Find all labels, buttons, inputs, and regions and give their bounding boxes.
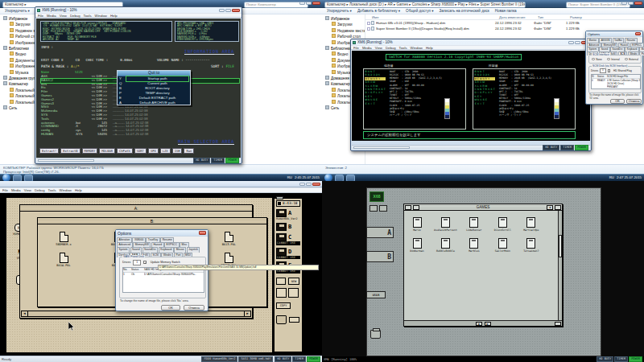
dialog-titlebar[interactable]: Options xyxy=(586,31,642,37)
menu-item[interactable]: Window xyxy=(95,14,107,18)
sx-drive[interactable]: D CANNOT USE xyxy=(276,248,300,259)
windows-icon[interactable] xyxy=(276,278,286,285)
menu-item[interactable]: Debug xyxy=(70,14,80,18)
list-row[interactable]: 1 Ok D:\AR\Games\Consoles\Sharp X68000\P… xyxy=(123,273,204,277)
window-a-scrollbar[interactable]: ◄ ► xyxy=(21,311,251,317)
xm6-minimize[interactable] xyxy=(219,9,225,12)
xm6-minimize[interactable] xyxy=(299,183,305,186)
taskbar-icon-app[interactable] xyxy=(24,175,33,182)
window-b-titlebar[interactable]: B: xyxy=(38,218,266,224)
game-icon[interactable]: LodeRunner xyxy=(462,217,486,232)
xm6-titlebar[interactable]: XM6 [Running] - 100% xyxy=(0,181,322,187)
game-icon[interactable]: Marbles xyxy=(462,238,486,253)
menu-item[interactable]: Media xyxy=(362,46,372,50)
switch-category[interactable]: ＥＸＩＴ xyxy=(474,102,495,105)
start-orb[interactable] xyxy=(2,174,10,181)
options-tab[interactable]: System xyxy=(587,47,599,51)
scroll-right-arrow[interactable]: ► xyxy=(244,311,250,316)
sx-drive[interactable]: C CANNOT USE xyxy=(276,233,300,245)
hd-image-list[interactable]: ID Status SCSI HD Image File 0 READY 0.9… xyxy=(591,74,641,89)
options-tab[interactable]: Sound xyxy=(599,47,609,51)
tray-icon-right[interactable] xyxy=(288,288,299,298)
menu-item[interactable]: File xyxy=(353,46,359,50)
game-icon[interactable]: Mario xyxy=(405,217,429,232)
tray-clock[interactable]: 2:47 25.07.2015 xyxy=(617,176,642,180)
maximize-button[interactable] xyxy=(306,2,312,5)
xm6-minimize[interactable] xyxy=(568,41,574,44)
game-icon[interactable]: SailorMoon xyxy=(490,238,514,253)
menu-item[interactable]: Window xyxy=(411,46,423,50)
games-window[interactable]: GAMES ◄ Mario Asuka120Percent xyxy=(403,204,563,327)
menu-item[interactable]: Tools xyxy=(84,14,92,18)
lhes-button[interactable]: Run xyxy=(184,148,194,154)
nav-item[interactable]: Недавние места xyxy=(324,28,365,34)
ok-button[interactable]: OK xyxy=(610,99,625,104)
menu-item[interactable]: Media xyxy=(47,14,56,18)
options-tab[interactable]: Keyboard xyxy=(625,47,638,51)
copy-icon[interactable]: COPY xyxy=(276,302,291,309)
drives-spinner[interactable]: 1 xyxy=(133,260,141,265)
options-tab[interactable]: ASSIGN xyxy=(599,38,612,43)
switch-category[interactable]: ＥＸＩＴ xyxy=(365,102,386,105)
close-button[interactable] xyxy=(312,2,320,5)
window-a-titlebar[interactable]: A: xyxy=(20,205,252,212)
options-tab[interactable]: System xyxy=(117,247,130,252)
close-button[interactable] xyxy=(634,2,642,5)
taskbar-icon-app[interactable] xyxy=(346,175,355,182)
horizontal-scrollbar[interactable]: ◄ ► xyxy=(404,320,562,326)
resize-box[interactable] xyxy=(555,205,561,210)
toolbar-button[interactable]: Общий доступ ▾ xyxy=(406,9,433,13)
toolbar-button[interactable]: Упорядочить ▾ xyxy=(5,9,30,13)
game-icon[interactable]: Domberman xyxy=(405,238,429,253)
dialog-titlebar[interactable]: Options xyxy=(116,230,208,237)
lhes-button[interactable]: ISH xyxy=(172,148,183,154)
games-titlebar[interactable]: GAMES ◄ xyxy=(404,204,562,211)
back-arrow-box[interactable]: ◄ xyxy=(547,205,553,210)
xm6-maximize[interactable] xyxy=(225,9,231,12)
lhes-button[interactable]: LZX xyxy=(160,148,171,154)
menu-item[interactable]: View xyxy=(24,188,31,192)
column-header[interactable]: Имя xyxy=(372,15,499,19)
lhes-button[interactable]: MDLBAR xyxy=(99,148,115,154)
minimize-button[interactable] xyxy=(299,2,305,5)
game-icon[interactable]: Tetsaimen? xyxy=(519,238,543,253)
search-input[interactable]: Поиск: Компьютер xyxy=(244,2,308,8)
menu-box[interactable] xyxy=(413,205,419,210)
sx-drive[interactable]: A Human68k_Ver2 xyxy=(276,209,300,220)
options-tab[interactable]: Joystick xyxy=(187,247,200,252)
minimize-button[interactable] xyxy=(621,2,627,5)
xm6-close[interactable] xyxy=(232,9,240,12)
toolbar-button[interactable]: Записать на оптический диск xyxy=(440,9,489,13)
tray-language[interactable]: RU xyxy=(609,176,614,180)
drive-bar-b[interactable]: B xyxy=(366,251,394,262)
lhes-button[interactable]: ExtractB xyxy=(60,148,80,154)
dialog-close[interactable] xyxy=(199,231,206,235)
game-icon[interactable]: DiscoScroll xyxy=(490,217,514,232)
options-tab[interactable]: SoundDrv xyxy=(610,47,625,51)
column-header[interactable]: Тип xyxy=(538,15,570,19)
maximize-button[interactable] xyxy=(628,2,634,5)
lhes-file-row[interactable]: HUMAN .SYS 58496 --a------- 14-07-25 02:… xyxy=(41,133,239,137)
xm6-titlebar[interactable]: XM6 [Running] - 10% xyxy=(351,39,591,45)
radio-option[interactable]: None xyxy=(592,58,602,61)
lhes-button[interactable]: SPX xyxy=(148,148,159,154)
quit-menu-item[interactable]: A Default ARCHIVE path xyxy=(118,101,190,105)
list-row[interactable]: PENDANT xyxy=(592,85,640,88)
ok-button[interactable]: OK xyxy=(161,305,180,311)
menu-item[interactable]: File xyxy=(38,14,43,18)
menu-item[interactable]: Help xyxy=(75,188,82,192)
toolbar-button[interactable]: Добавить в библиотеку ▾ xyxy=(357,9,400,13)
menu-item[interactable]: Help xyxy=(426,46,433,50)
menu-item[interactable]: Media xyxy=(11,188,21,192)
menu-item[interactable]: Tools xyxy=(48,188,56,192)
search-input[interactable]: Поиск: Super Street Bomber II (19xx)… xyxy=(566,2,630,8)
options-tab[interactable]: SoundDrv xyxy=(142,247,159,252)
xm6-maximize[interactable] xyxy=(306,183,312,186)
nav-item[interactable]: Избранное xyxy=(324,16,365,22)
options-tab[interactable]: Mouse xyxy=(174,247,186,252)
menu-item[interactable]: File xyxy=(2,188,8,192)
menu-item[interactable]: Tools xyxy=(399,46,407,50)
start-orb[interactable] xyxy=(324,174,332,181)
lhes-button[interactable]: SORT xyxy=(134,148,147,154)
nav-item[interactable]: Загрузки xyxy=(324,22,365,27)
